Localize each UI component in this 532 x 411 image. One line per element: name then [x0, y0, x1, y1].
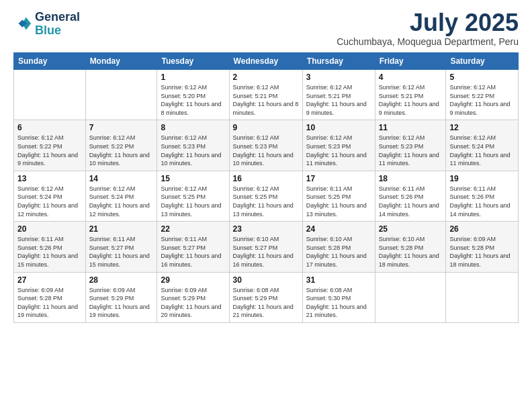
day-content: Sunrise: 6:12 AM Sunset: 5:23 PM Dayligh… [306, 134, 371, 167]
day-content: Sunrise: 6:12 AM Sunset: 5:23 PM Dayligh… [379, 134, 443, 167]
day-number: 6 [17, 123, 82, 132]
calendar-cell-w2-d4: 9Sunrise: 6:12 AM Sunset: 5:23 PM Daylig… [229, 120, 302, 171]
day-content: Sunrise: 6:12 AM Sunset: 5:24 PM Dayligh… [17, 185, 82, 218]
logo-icon [13, 15, 32, 34]
day-number: 12 [449, 123, 515, 132]
header-thursday: Thursday [302, 53, 375, 70]
calendar-cell-w5-d4: 30Sunrise: 6:08 AM Sunset: 5:29 PM Dayli… [229, 272, 302, 322]
day-number: 19 [449, 174, 515, 183]
page: General Blue July 2025 Cuchumbaya, Moque… [0, 0, 532, 411]
day-number: 29 [161, 275, 225, 285]
calendar-cell-w3-d6: 18Sunrise: 6:11 AM Sunset: 5:26 PM Dayli… [375, 171, 446, 221]
day-content: Sunrise: 6:12 AM Sunset: 5:23 PM Dayligh… [161, 134, 225, 167]
day-content: Sunrise: 6:12 AM Sunset: 5:24 PM Dayligh… [449, 134, 515, 167]
week-row-2: 6Sunrise: 6:12 AM Sunset: 5:22 PM Daylig… [14, 120, 519, 171]
day-number: 14 [89, 174, 154, 183]
calendar-cell-w4-d7: 26Sunrise: 6:09 AM Sunset: 5:28 PM Dayli… [446, 222, 519, 272]
calendar-cell-w3-d4: 16Sunrise: 6:12 AM Sunset: 5:25 PM Dayli… [229, 171, 302, 221]
calendar-cell-w1-d7: 5Sunrise: 6:12 AM Sunset: 5:22 PM Daylig… [446, 70, 519, 120]
header-friday: Friday [375, 53, 446, 70]
calendar-cell-w1-d5: 3Sunrise: 6:12 AM Sunset: 5:21 PM Daylig… [302, 70, 375, 120]
week-row-3: 13Sunrise: 6:12 AM Sunset: 5:24 PM Dayli… [14, 171, 519, 221]
day-content: Sunrise: 6:11 AM Sunset: 5:26 PM Dayligh… [379, 185, 443, 218]
day-content: Sunrise: 6:11 AM Sunset: 5:25 PM Dayligh… [306, 185, 371, 218]
header-tuesday: Tuesday [157, 53, 229, 70]
day-content: Sunrise: 6:12 AM Sunset: 5:23 PM Dayligh… [233, 134, 299, 167]
day-number: 7 [89, 123, 154, 132]
day-number: 26 [449, 224, 515, 234]
day-content: Sunrise: 6:11 AM Sunset: 5:26 PM Dayligh… [449, 185, 515, 218]
day-number: 16 [233, 174, 299, 183]
calendar-cell-w3-d5: 17Sunrise: 6:11 AM Sunset: 5:25 PM Dayli… [302, 171, 375, 221]
calendar-cell-w1-d2 [85, 70, 157, 120]
calendar-cell-w1-d4: 2Sunrise: 6:12 AM Sunset: 5:21 PM Daylig… [229, 70, 302, 120]
calendar-cell-w5-d2: 28Sunrise: 6:09 AM Sunset: 5:29 PM Dayli… [85, 272, 157, 322]
header-saturday: Saturday [446, 53, 519, 70]
calendar-cell-w5-d6 [375, 272, 446, 322]
logo-line1: General [35, 11, 80, 24]
day-number: 28 [89, 275, 154, 285]
calendar-cell-w2-d3: 8Sunrise: 6:12 AM Sunset: 5:23 PM Daylig… [157, 120, 229, 171]
header-sunday: Sunday [14, 53, 86, 70]
day-content: Sunrise: 6:09 AM Sunset: 5:28 PM Dayligh… [17, 286, 82, 320]
calendar-cell-w2-d1: 6Sunrise: 6:12 AM Sunset: 5:22 PM Daylig… [14, 120, 86, 171]
day-number: 13 [17, 174, 82, 183]
day-content: Sunrise: 6:08 AM Sunset: 5:30 PM Dayligh… [306, 286, 371, 320]
calendar-cell-w1-d3: 1Sunrise: 6:12 AM Sunset: 5:20 PM Daylig… [157, 70, 229, 120]
logo: General Blue [13, 11, 80, 38]
day-content: Sunrise: 6:12 AM Sunset: 5:24 PM Dayligh… [89, 185, 154, 218]
day-content: Sunrise: 6:12 AM Sunset: 5:25 PM Dayligh… [233, 185, 299, 218]
day-number: 11 [379, 123, 443, 132]
calendar-cell-w3-d2: 14Sunrise: 6:12 AM Sunset: 5:24 PM Dayli… [85, 171, 157, 221]
day-number: 1 [161, 73, 225, 82]
calendar-cell-w5-d5: 31Sunrise: 6:08 AM Sunset: 5:30 PM Dayli… [302, 272, 375, 322]
day-number: 25 [379, 224, 443, 234]
calendar-cell-w2-d2: 7Sunrise: 6:12 AM Sunset: 5:22 PM Daylig… [85, 120, 157, 171]
calendar-cell-w4-d1: 20Sunrise: 6:11 AM Sunset: 5:26 PM Dayli… [14, 222, 86, 272]
header: General Blue July 2025 Cuchumbaya, Moque… [13, 11, 519, 47]
calendar-table: Sunday Monday Tuesday Wednesday Thursday… [13, 52, 519, 323]
month-year: July 2025 [337, 11, 519, 35]
calendar-cell-w4-d6: 25Sunrise: 6:10 AM Sunset: 5:28 PM Dayli… [375, 222, 446, 272]
day-number: 8 [161, 123, 225, 132]
day-number: 17 [306, 174, 371, 183]
week-row-5: 27Sunrise: 6:09 AM Sunset: 5:28 PM Dayli… [14, 272, 519, 322]
day-content: Sunrise: 6:12 AM Sunset: 5:20 PM Dayligh… [161, 83, 225, 117]
location: Cuchumbaya, Moquegua Department, Peru [337, 36, 519, 47]
day-content: Sunrise: 6:09 AM Sunset: 5:29 PM Dayligh… [89, 286, 154, 320]
day-content: Sunrise: 6:12 AM Sunset: 5:22 PM Dayligh… [89, 134, 154, 167]
day-number: 15 [161, 174, 225, 183]
day-content: Sunrise: 6:12 AM Sunset: 5:22 PM Dayligh… [17, 134, 82, 167]
calendar-cell-w3-d7: 19Sunrise: 6:11 AM Sunset: 5:26 PM Dayli… [446, 171, 519, 221]
title-section: July 2025 Cuchumbaya, Moquegua Departmen… [337, 11, 519, 47]
day-content: Sunrise: 6:12 AM Sunset: 5:22 PM Dayligh… [449, 83, 515, 117]
calendar-header-row: Sunday Monday Tuesday Wednesday Thursday… [14, 53, 519, 70]
logo-text: General Blue [35, 11, 80, 38]
day-content: Sunrise: 6:08 AM Sunset: 5:29 PM Dayligh… [233, 286, 299, 320]
calendar-cell-w5-d3: 29Sunrise: 6:09 AM Sunset: 5:29 PM Dayli… [157, 272, 229, 322]
calendar-cell-w3-d1: 13Sunrise: 6:12 AM Sunset: 5:24 PM Dayli… [14, 171, 86, 221]
header-wednesday: Wednesday [229, 53, 302, 70]
day-number: 20 [17, 224, 82, 234]
day-content: Sunrise: 6:10 AM Sunset: 5:28 PM Dayligh… [306, 235, 371, 269]
calendar-cell-w5-d1: 27Sunrise: 6:09 AM Sunset: 5:28 PM Dayli… [14, 272, 86, 322]
week-row-4: 20Sunrise: 6:11 AM Sunset: 5:26 PM Dayli… [14, 222, 519, 272]
calendar-cell-w2-d5: 10Sunrise: 6:12 AM Sunset: 5:23 PM Dayli… [302, 120, 375, 171]
day-content: Sunrise: 6:09 AM Sunset: 5:28 PM Dayligh… [449, 235, 515, 269]
day-number: 2 [233, 73, 299, 82]
calendar-cell-w1-d6: 4Sunrise: 6:12 AM Sunset: 5:21 PM Daylig… [375, 70, 446, 120]
calendar-cell-w4-d5: 24Sunrise: 6:10 AM Sunset: 5:28 PM Dayli… [302, 222, 375, 272]
day-content: Sunrise: 6:11 AM Sunset: 5:27 PM Dayligh… [161, 235, 225, 269]
calendar-cell-w2-d6: 11Sunrise: 6:12 AM Sunset: 5:23 PM Dayli… [375, 120, 446, 171]
calendar-cell-w5-d7 [446, 272, 519, 322]
day-number: 4 [379, 73, 443, 82]
day-content: Sunrise: 6:10 AM Sunset: 5:27 PM Dayligh… [233, 235, 299, 269]
day-number: 30 [233, 275, 299, 285]
week-row-1: 1Sunrise: 6:12 AM Sunset: 5:20 PM Daylig… [14, 70, 519, 120]
day-number: 31 [306, 275, 371, 285]
calendar-cell-w4-d3: 22Sunrise: 6:11 AM Sunset: 5:27 PM Dayli… [157, 222, 229, 272]
day-content: Sunrise: 6:09 AM Sunset: 5:29 PM Dayligh… [161, 286, 225, 320]
day-content: Sunrise: 6:12 AM Sunset: 5:25 PM Dayligh… [161, 185, 225, 218]
day-content: Sunrise: 6:12 AM Sunset: 5:21 PM Dayligh… [233, 83, 299, 117]
day-number: 24 [306, 224, 371, 234]
